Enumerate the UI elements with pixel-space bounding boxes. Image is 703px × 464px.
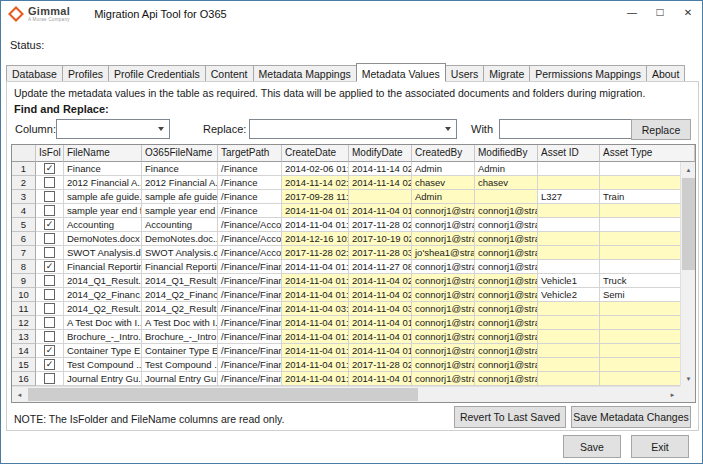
grid-modifiedby-cell[interactable]: connorj1@strate... xyxy=(475,204,538,218)
grid-createdate-cell[interactable]: 2014-11-04 01:4... xyxy=(282,260,349,274)
grid-assetid-cell[interactable] xyxy=(538,344,600,358)
grid-targetpath-cell[interactable]: /Finance/Financi... xyxy=(218,274,282,288)
isfolder-checkbox[interactable] xyxy=(44,247,55,258)
grid-createdby-cell[interactable]: connorj1@strate... xyxy=(412,288,475,302)
grid-isfolder-cell[interactable] xyxy=(36,204,64,218)
grid-assetid-cell[interactable] xyxy=(538,260,600,274)
grid-assetid-cell[interactable] xyxy=(538,204,600,218)
minimize-button[interactable]: — xyxy=(618,1,646,23)
grid-o365filename-cell[interactable]: Financial Reporting xyxy=(142,260,218,274)
grid-modifiedby-cell[interactable]: connorj1@strate... xyxy=(475,316,538,330)
grid-isfolder-cell[interactable]: ✓ xyxy=(36,358,64,372)
grid-targetpath-cell[interactable]: /Finance xyxy=(218,176,282,190)
grid-modifydate-cell[interactable]: 2014-11-04 01:4... xyxy=(349,316,412,330)
grid-modifiedby-cell[interactable]: chasev xyxy=(475,176,538,190)
grid-isfolder-cell[interactable] xyxy=(36,246,64,260)
grid-createdate-cell[interactable]: 2014-11-04 03:0... xyxy=(282,302,349,316)
exit-button[interactable]: Exit xyxy=(631,435,689,458)
grid-assetid-cell[interactable] xyxy=(538,358,600,372)
isfolder-checkbox[interactable] xyxy=(44,177,55,188)
grid-createdate-cell[interactable]: 2014-11-04 01:4... xyxy=(282,372,349,386)
grid-filename-cell[interactable]: 2012 Financial A... xyxy=(64,176,142,190)
column-header-modifiedby[interactable]: ModifiedBy xyxy=(475,145,538,162)
grid-o365filename-cell[interactable]: Container Type E... xyxy=(142,344,218,358)
grid-modifydate-cell[interactable] xyxy=(349,190,412,204)
grid-createdby-cell[interactable]: connorj1@strate... xyxy=(412,316,475,330)
grid-createdby-cell[interactable]: connorj1@strate... xyxy=(412,274,475,288)
grid-targetpath-cell[interactable]: /Finance/Financi... xyxy=(218,316,282,330)
grid-modifiedby-cell[interactable]: connorj1@strate... xyxy=(475,274,538,288)
tab-users[interactable]: Users xyxy=(445,65,484,81)
grid-targetpath-cell[interactable]: /Finance xyxy=(218,162,282,176)
grid-modifiedby-cell[interactable]: connorj1@strate... xyxy=(475,330,538,344)
isfolder-checkbox[interactable] xyxy=(44,205,55,216)
horizontal-scrollbar-thumb[interactable] xyxy=(28,388,418,401)
replace-combobox[interactable] xyxy=(249,119,457,139)
grid-assetid-cell[interactable]: Vehicle1 xyxy=(538,274,600,288)
isfolder-checkbox[interactable]: ✓ xyxy=(44,163,55,174)
column-header-assetid[interactable]: Asset ID xyxy=(538,145,600,162)
close-button[interactable]: ✕ xyxy=(674,1,702,23)
grid-isfolder-cell[interactable] xyxy=(36,316,64,330)
grid-createdate-cell[interactable]: 2014-11-04 01:4... xyxy=(282,358,349,372)
grid-targetpath-cell[interactable]: /Finance xyxy=(218,190,282,204)
grid-isfolder-cell[interactable]: ✓ xyxy=(36,162,64,176)
isfolder-checkbox[interactable]: ✓ xyxy=(44,261,55,272)
grid-targetpath-cell[interactable]: /Finance/Financi... xyxy=(218,260,282,274)
grid-modifydate-cell[interactable]: 2014-11-04 02:5... xyxy=(349,274,412,288)
grid-modifiedby-cell[interactable] xyxy=(475,190,538,204)
grid-filename-cell[interactable]: Container Type E... xyxy=(64,344,142,358)
grid-assetid-cell[interactable] xyxy=(538,316,600,330)
grid-o365filename-cell[interactable]: A Test Doc with I... xyxy=(142,316,218,330)
grid-modifydate-cell[interactable]: 2017-11-28 02:2... xyxy=(349,218,412,232)
grid-o365filename-cell[interactable]: 2014_Q2_Financ... xyxy=(142,288,218,302)
grid-createdby-cell[interactable]: connorj1@strate... xyxy=(412,260,475,274)
grid-modifiedby-cell[interactable]: connorj1@strate... xyxy=(475,218,538,232)
grid-o365filename-cell[interactable]: 2014_Q1_Result... xyxy=(142,274,218,288)
grid-createdby-cell[interactable]: connorj1@strate... xyxy=(412,358,475,372)
isfolder-checkbox[interactable] xyxy=(44,373,55,384)
column-header-createdate[interactable]: CreateDate xyxy=(282,145,349,162)
grid-filename-cell[interactable]: Brochure_-_Intro... xyxy=(64,330,142,344)
grid-isfolder-cell[interactable] xyxy=(36,330,64,344)
with-input[interactable] xyxy=(499,119,635,139)
column-header-createdby[interactable]: CreatedBy xyxy=(412,145,475,162)
revert-to-last-saved-button[interactable]: Revert To Last Saved xyxy=(454,406,566,428)
grid-createdate-cell[interactable]: 2014-11-04 01:3... xyxy=(282,344,349,358)
grid-createdate-cell[interactable]: 2014-02-06 01:4... xyxy=(282,162,349,176)
column-header-modifydate[interactable]: ModifyDate xyxy=(349,145,412,162)
grid-targetpath-cell[interactable]: /Finance xyxy=(218,204,282,218)
grid-o365filename-cell[interactable]: DemoNotes.doc... xyxy=(142,232,218,246)
grid-targetpath-cell[interactable]: /Finance/Financi... xyxy=(218,358,282,372)
grid-isfolder-cell[interactable]: ✓ xyxy=(36,218,64,232)
tab-migrate[interactable]: Migrate xyxy=(483,65,530,81)
isfolder-checkbox[interactable] xyxy=(44,275,55,286)
grid-modifydate-cell[interactable]: 2014-11-04 01:3... xyxy=(349,204,412,218)
scroll-left-icon[interactable]: ◄ xyxy=(12,387,27,402)
grid-modifydate-cell[interactable]: 2014-11-04 01:4... xyxy=(349,330,412,344)
grid-createdate-cell[interactable]: 2017-11-28 02:2... xyxy=(282,246,349,260)
grid-createdby-cell[interactable]: connorj1@strate... xyxy=(412,232,475,246)
tab-content[interactable]: Content xyxy=(205,65,254,81)
grid-filename-cell[interactable]: DemoNotes.docx xyxy=(64,232,142,246)
tab-profile-credentials[interactable]: Profile Credentials xyxy=(108,65,206,81)
tab-metadata-values[interactable]: Metadata Values xyxy=(356,63,446,82)
column-header-isfolder[interactable]: IsFol xyxy=(36,145,64,162)
grid-assetid-cell[interactable] xyxy=(538,330,600,344)
grid-modifiedby-cell[interactable]: connorj1@strate... xyxy=(475,372,538,386)
grid-assetid-cell[interactable] xyxy=(538,302,600,316)
grid-createdate-cell[interactable]: 2014-11-04 01:4... xyxy=(282,288,349,302)
grid-assetid-cell[interactable] xyxy=(538,232,600,246)
grid-createdby-cell[interactable]: Admin xyxy=(412,190,475,204)
grid-targetpath-cell[interactable]: /Finance/Financi... xyxy=(218,302,282,316)
grid-filename-cell[interactable]: Accounting xyxy=(64,218,142,232)
tab-metadata-mappings[interactable]: Metadata Mappings xyxy=(253,65,357,81)
vertical-scrollbar[interactable]: ▲ ▼ xyxy=(680,162,695,386)
isfolder-checkbox[interactable] xyxy=(44,317,55,328)
horizontal-scrollbar[interactable]: ◄ ► xyxy=(12,386,680,402)
isfolder-checkbox[interactable]: ✓ xyxy=(44,359,55,370)
grid-isfolder-cell[interactable] xyxy=(36,232,64,246)
grid-createdby-cell[interactable]: Admin xyxy=(412,162,475,176)
grid-modifydate-cell[interactable]: 2014-11-04 02:5... xyxy=(349,288,412,302)
column-header-filename[interactable]: FileName xyxy=(64,145,142,162)
